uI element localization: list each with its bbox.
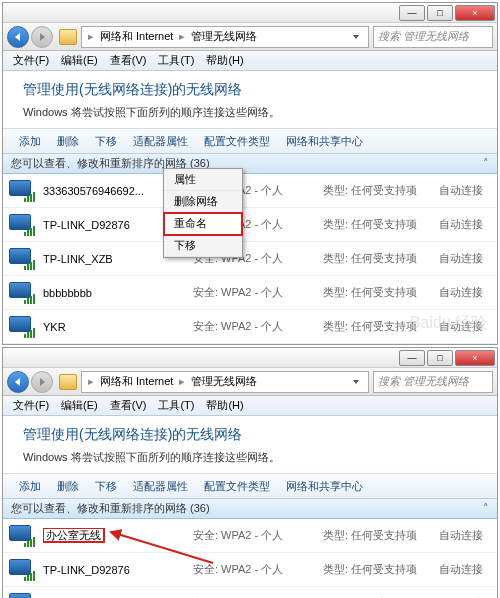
network-row[interactable]: 办公室无线安全: WPA2 - 个人类型: 任何受支持项自动连接 bbox=[3, 519, 497, 553]
address-bar[interactable]: ▸ 网络和 Internet ▸ 管理无线网络 bbox=[81, 26, 369, 48]
page-description: Windows 将尝试按照下面所列的顺序连接这些网络。 bbox=[23, 450, 477, 465]
network-name: TP-LINK_D92876 bbox=[43, 564, 193, 576]
search-placeholder: 搜索 管理无线网络 bbox=[378, 29, 469, 44]
title-bar: — □ × bbox=[3, 3, 497, 23]
menu-file[interactable]: 文件(F) bbox=[7, 53, 55, 68]
network-security: 安全: WPA2 - 个人 bbox=[193, 285, 323, 300]
address-dropdown[interactable] bbox=[348, 27, 364, 47]
toolbar-profile-type[interactable]: 配置文件类型 bbox=[196, 479, 278, 494]
wireless-network-icon bbox=[7, 314, 37, 340]
wireless-network-icon bbox=[7, 591, 37, 599]
nav-bar: ▸ 网络和 Internet ▸ 管理无线网络 搜索 管理无线网络 bbox=[3, 23, 497, 51]
wireless-network-icon bbox=[7, 212, 37, 238]
toolbar-network-center[interactable]: 网络和共享中心 bbox=[278, 479, 371, 494]
ctx-move-down[interactable]: 下移 bbox=[164, 235, 242, 257]
network-name: 办公室无线 bbox=[43, 528, 193, 543]
wireless-network-icon bbox=[7, 246, 37, 272]
watermark: Baidu 经验 bbox=[410, 313, 487, 334]
ctx-delete-network[interactable]: 删除网络 bbox=[164, 191, 242, 213]
wireless-network-icon bbox=[7, 523, 37, 549]
network-auto-connect: 自动连接 bbox=[433, 528, 493, 543]
chevron-up-icon bbox=[483, 502, 489, 515]
toolbar-movedown[interactable]: 下移 bbox=[87, 134, 125, 149]
network-row[interactable]: 333630576946692...安全: WPA2 - 个人类型: 任何受支持… bbox=[3, 174, 497, 208]
minimize-button[interactable]: — bbox=[399, 5, 425, 21]
network-auto-connect: 自动连接 bbox=[433, 285, 493, 300]
wireless-network-icon bbox=[7, 178, 37, 204]
menu-file[interactable]: 文件(F) bbox=[7, 398, 55, 413]
breadcrumb-manage-wireless[interactable]: 管理无线网络 bbox=[187, 374, 261, 389]
maximize-button[interactable]: □ bbox=[427, 350, 453, 366]
menu-view[interactable]: 查看(V) bbox=[104, 398, 153, 413]
content-header: 管理使用(无线网络连接)的无线网络 Windows 将尝试按照下面所列的顺序连接… bbox=[3, 71, 497, 128]
forward-button[interactable] bbox=[31, 371, 53, 393]
close-button[interactable]: × bbox=[455, 350, 495, 366]
context-menu: 属性 删除网络 重命名 下移 bbox=[163, 168, 243, 258]
menu-help[interactable]: 帮助(H) bbox=[200, 53, 249, 68]
toolbar-add[interactable]: 添加 bbox=[11, 479, 49, 494]
toolbar-adapter-props[interactable]: 适配器属性 bbox=[125, 134, 196, 149]
content-header: 管理使用(无线网络连接)的无线网络 Windows 将尝试按照下面所列的顺序连接… bbox=[3, 416, 497, 473]
network-auto-connect: 自动连接 bbox=[433, 183, 493, 198]
back-button[interactable] bbox=[7, 371, 29, 393]
chevron-right-icon: ▸ bbox=[86, 375, 96, 388]
network-type: 类型: 任何受支持项 bbox=[323, 285, 433, 300]
minimize-button[interactable]: — bbox=[399, 350, 425, 366]
toolbar: 添加 删除 下移 适配器属性 配置文件类型 网络和共享中心 bbox=[3, 128, 497, 154]
folder-icon bbox=[59, 29, 77, 45]
search-input[interactable]: 搜索 管理无线网络 bbox=[373, 371, 493, 393]
toolbar-movedown[interactable]: 下移 bbox=[87, 479, 125, 494]
folder-icon bbox=[59, 374, 77, 390]
toolbar-adapter-props[interactable]: 适配器属性 bbox=[125, 479, 196, 494]
chevron-up-icon bbox=[483, 157, 489, 170]
ctx-rename[interactable]: 重命名 bbox=[164, 213, 242, 235]
toolbar-remove[interactable]: 删除 bbox=[49, 479, 87, 494]
network-row[interactable]: TP-LINK_XZB安全: WPA2 - 个人类型: 任何受支持项自动连接 bbox=[3, 587, 497, 598]
search-input[interactable]: 搜索 管理无线网络 bbox=[373, 26, 493, 48]
back-button[interactable] bbox=[7, 26, 29, 48]
menu-edit[interactable]: 编辑(E) bbox=[55, 398, 104, 413]
menu-help[interactable]: 帮助(H) bbox=[200, 398, 249, 413]
wireless-network-icon bbox=[7, 557, 37, 583]
menu-view[interactable]: 查看(V) bbox=[104, 53, 153, 68]
menu-bar: 文件(F) 编辑(E) 查看(V) 工具(T) 帮助(H) bbox=[3, 396, 497, 416]
toolbar-remove[interactable]: 删除 bbox=[49, 134, 87, 149]
network-type: 类型: 任何受支持项 bbox=[323, 251, 433, 266]
close-button[interactable]: × bbox=[455, 5, 495, 21]
network-type: 类型: 任何受支持项 bbox=[323, 217, 433, 232]
network-security: 安全: WPA2 - 个人 bbox=[193, 319, 323, 334]
maximize-button[interactable]: □ bbox=[427, 5, 453, 21]
menu-edit[interactable]: 编辑(E) bbox=[55, 53, 104, 68]
forward-button[interactable] bbox=[31, 26, 53, 48]
breadcrumb-network[interactable]: 网络和 Internet bbox=[96, 374, 177, 389]
toolbar-add[interactable]: 添加 bbox=[11, 134, 49, 149]
network-auto-connect: 自动连接 bbox=[433, 217, 493, 232]
ctx-properties[interactable]: 属性 bbox=[164, 169, 242, 191]
network-auto-connect: 自动连接 bbox=[433, 251, 493, 266]
list-group-header[interactable]: 您可以查看、修改和重新排序的网络 (36) bbox=[3, 154, 497, 174]
page-title: 管理使用(无线网络连接)的无线网络 bbox=[23, 81, 477, 99]
toolbar-profile-type[interactable]: 配置文件类型 bbox=[196, 134, 278, 149]
chevron-right-icon: ▸ bbox=[86, 30, 96, 43]
menu-tools[interactable]: 工具(T) bbox=[152, 398, 200, 413]
chevron-right-icon: ▸ bbox=[177, 375, 187, 388]
network-row[interactable]: TP-LINK_D92876安全: WPA2 - 个人类型: 任何受支持项自动连… bbox=[3, 553, 497, 587]
address-bar[interactable]: ▸ 网络和 Internet ▸ 管理无线网络 bbox=[81, 371, 369, 393]
network-type: 类型: 任何受支持项 bbox=[323, 183, 433, 198]
network-name: YKR bbox=[43, 321, 193, 333]
network-security: 安全: WPA2 - 个人 bbox=[193, 528, 323, 543]
toolbar-network-center[interactable]: 网络和共享中心 bbox=[278, 134, 371, 149]
search-placeholder: 搜索 管理无线网络 bbox=[378, 374, 469, 389]
page-description: Windows 将尝试按照下面所列的顺序连接这些网络。 bbox=[23, 105, 477, 120]
wireless-network-icon bbox=[7, 280, 37, 306]
network-row[interactable]: bbbbbbbb安全: WPA2 - 个人类型: 任何受支持项自动连接 bbox=[3, 276, 497, 310]
menu-bar: 文件(F) 编辑(E) 查看(V) 工具(T) 帮助(H) bbox=[3, 51, 497, 71]
address-dropdown[interactable] bbox=[348, 372, 364, 392]
breadcrumb-network[interactable]: 网络和 Internet bbox=[96, 29, 177, 44]
network-row[interactable]: TP-LINK_XZB安全: WPA2 - 个人类型: 任何受支持项自动连接 bbox=[3, 242, 497, 276]
breadcrumb-manage-wireless[interactable]: 管理无线网络 bbox=[187, 29, 261, 44]
menu-tools[interactable]: 工具(T) bbox=[152, 53, 200, 68]
list-group-header[interactable]: 您可以查看、修改和重新排序的网络 (36) bbox=[3, 499, 497, 519]
nav-bar: ▸ 网络和 Internet ▸ 管理无线网络 搜索 管理无线网络 bbox=[3, 368, 497, 396]
network-row[interactable]: TP-LINK_D92876安全: WPA2 - 个人类型: 任何受支持项自动连… bbox=[3, 208, 497, 242]
